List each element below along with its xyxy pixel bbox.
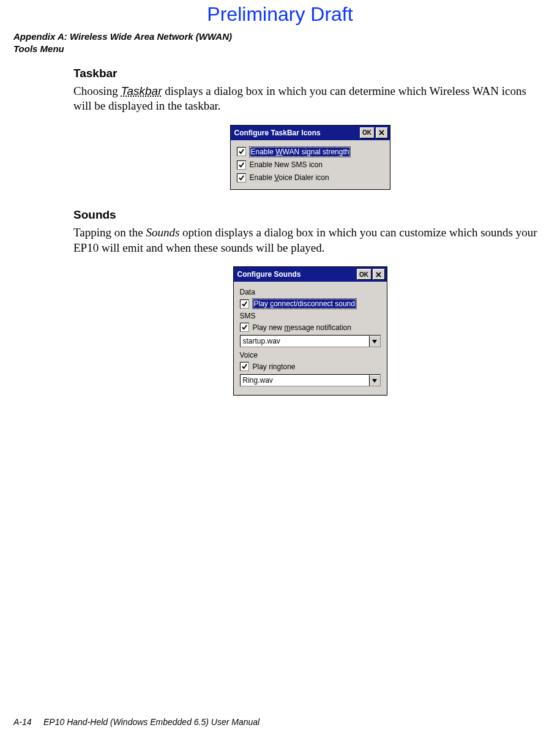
group-label-sms: SMS [240, 312, 381, 320]
page-content: Taskbar Choosing Taskbar displays a dial… [0, 56, 560, 396]
watermark: Preliminary Draft [0, 0, 560, 26]
header-line2: Tools Menu [13, 43, 560, 55]
checkmark-icon [241, 301, 248, 307]
chevron-down-icon [372, 379, 377, 383]
checkbox-row-ringtone[interactable]: Play ringtone [240, 360, 381, 373]
close-icon [379, 130, 384, 135]
combo-ringtone[interactable]: Ring.wav [240, 374, 381, 386]
checkbox-label: Play ringtone [253, 363, 296, 371]
dialog-configure-taskbar: Configure TaskBar Icons OK Enable WWAN s… [230, 125, 390, 190]
checkbox-row-sms-icon[interactable]: Enable New SMS icon [237, 159, 384, 171]
checkbox-row-voice-dialer[interactable]: Enable Voice Dialer icon [237, 171, 384, 184]
dialog-body: Enable WWAN signal strength Enable New S… [231, 140, 390, 189]
checkbox-label: Play connect/disconnect sound [253, 299, 356, 309]
checkmark-icon [238, 175, 245, 181]
ui-term-taskbar: Taskbar [121, 85, 162, 97]
checkbox[interactable] [240, 323, 249, 332]
titlebar: Configure TaskBar Icons OK [231, 126, 390, 140]
checkmark-icon [238, 162, 245, 168]
dialog-title: Configure Sounds [237, 270, 356, 279]
checkbox[interactable] [237, 173, 246, 182]
checkmark-icon [241, 363, 248, 370]
checkbox-label: Play new message notification [253, 323, 351, 332]
checkbox-row-connect-sound[interactable]: Play connect/disconnect sound [240, 297, 381, 310]
titlebar: Configure Sounds OK [234, 267, 387, 282]
italic-term-sounds: Sounds [146, 226, 179, 239]
manual-title: EP10 Hand-Held (Windows Embedded 6.5) Us… [43, 717, 259, 727]
checkbox-label: Enable New SMS icon [250, 160, 323, 169]
dialog-body: Data Play connect/disconnect sound SMS P… [234, 282, 387, 395]
group-label-data: Data [240, 288, 381, 296]
heading-sounds: Sounds [73, 208, 547, 222]
page-footer: A-14 EP10 Hand-Held (Windows Embedded 6.… [13, 717, 259, 727]
ok-button[interactable]: OK [360, 127, 375, 138]
combo-value: Ring.wav [241, 375, 369, 386]
dropdown-button[interactable] [369, 336, 380, 347]
checkbox-row-message-notification[interactable]: Play new message notification [240, 321, 381, 334]
checkbox[interactable] [237, 160, 246, 170]
combo-value: startup.wav [241, 336, 369, 347]
figure-sounds-dialog: Configure Sounds OK Data Play connect/di… [73, 266, 547, 396]
checkbox-row-wwan-signal[interactable]: Enable WWAN signal strength [237, 145, 384, 159]
combo-sms-sound[interactable]: startup.wav [240, 335, 381, 347]
text: Choosing [73, 85, 121, 97]
header-line1: Appendix A: Wireless Wide Area Network (… [13, 31, 560, 43]
checkmark-icon [241, 324, 248, 331]
close-button[interactable] [373, 269, 385, 280]
heading-taskbar: Taskbar [73, 67, 547, 80]
checkbox[interactable] [240, 362, 249, 371]
appendix-header: Appendix A: Wireless Wide Area Network (… [0, 26, 560, 56]
text: Tapping on the [73, 226, 146, 239]
dialog-configure-sounds: Configure Sounds OK Data Play connect/di… [233, 266, 387, 396]
checkbox-label: Enable Voice Dialer icon [250, 173, 329, 182]
close-button[interactable] [376, 127, 388, 138]
dropdown-button[interactable] [369, 375, 380, 386]
paragraph-sounds: Tapping on the Sounds option displays a … [73, 225, 547, 255]
ok-button[interactable]: OK [357, 269, 371, 280]
checkbox[interactable] [237, 147, 246, 156]
checkmark-icon [238, 148, 245, 155]
dialog-title: Configure TaskBar Icons [234, 129, 359, 137]
paragraph-taskbar: Choosing Taskbar displays a dialog box i… [73, 84, 547, 114]
group-label-voice: Voice [240, 351, 381, 359]
figure-taskbar-dialog: Configure TaskBar Icons OK Enable WWAN s… [73, 125, 547, 190]
close-icon [376, 272, 381, 277]
chevron-down-icon [372, 340, 377, 344]
checkbox[interactable] [240, 299, 249, 309]
page-number: A-14 [13, 717, 32, 727]
checkbox-label: Enable WWAN signal strength [250, 147, 351, 157]
